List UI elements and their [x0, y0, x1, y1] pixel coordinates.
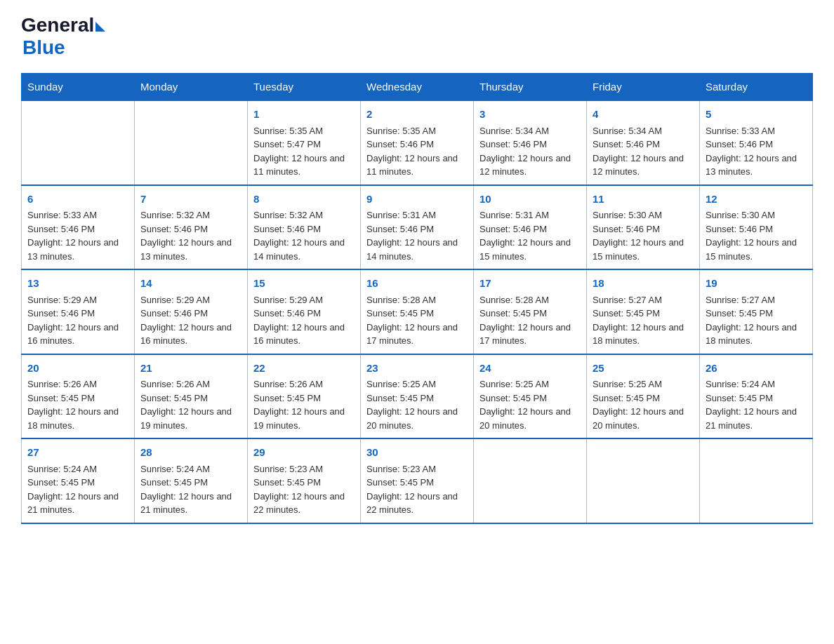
day-number: 21 — [140, 361, 241, 377]
logo-general-text: General — [21, 14, 94, 36]
calendar-cell: 29Sunrise: 5:23 AMSunset: 5:45 PMDayligh… — [248, 438, 361, 523]
weekday-header-wednesday: Wednesday — [361, 74, 474, 101]
day-info: Sunrise: 5:34 AMSunset: 5:46 PMDaylight:… — [479, 124, 581, 179]
day-number: 17 — [479, 276, 581, 292]
calendar-week-row: 13Sunrise: 5:29 AMSunset: 5:46 PMDayligh… — [22, 269, 813, 354]
calendar-cell: 30Sunrise: 5:23 AMSunset: 5:45 PMDayligh… — [361, 438, 474, 523]
calendar-week-row: 20Sunrise: 5:26 AMSunset: 5:45 PMDayligh… — [22, 354, 813, 439]
day-number: 26 — [706, 361, 807, 377]
logo-arrow-icon — [95, 22, 105, 32]
day-number: 14 — [140, 276, 241, 292]
calendar-cell: 25Sunrise: 5:25 AMSunset: 5:45 PMDayligh… — [587, 354, 700, 439]
calendar-cell — [700, 438, 813, 523]
day-info: Sunrise: 5:24 AMSunset: 5:45 PMDaylight:… — [706, 377, 807, 432]
day-info: Sunrise: 5:33 AMSunset: 5:46 PMDaylight:… — [706, 124, 807, 179]
calendar-cell: 16Sunrise: 5:28 AMSunset: 5:45 PMDayligh… — [361, 269, 474, 354]
day-number: 10 — [479, 192, 581, 208]
calendar-cell: 22Sunrise: 5:26 AMSunset: 5:45 PMDayligh… — [248, 354, 361, 439]
day-info: Sunrise: 5:24 AMSunset: 5:45 PMDaylight:… — [140, 462, 241, 517]
calendar-cell — [587, 438, 700, 523]
calendar-cell: 5Sunrise: 5:33 AMSunset: 5:46 PMDaylight… — [700, 100, 813, 185]
day-info: Sunrise: 5:24 AMSunset: 5:45 PMDaylight:… — [27, 462, 128, 517]
day-number: 1 — [253, 107, 355, 123]
calendar-cell: 19Sunrise: 5:27 AMSunset: 5:45 PMDayligh… — [700, 269, 813, 354]
calendar-cell: 1Sunrise: 5:35 AMSunset: 5:47 PMDaylight… — [248, 100, 361, 185]
calendar-cell: 21Sunrise: 5:26 AMSunset: 5:45 PMDayligh… — [135, 354, 248, 439]
day-info: Sunrise: 5:29 AMSunset: 5:46 PMDaylight:… — [253, 293, 355, 348]
calendar-cell: 9Sunrise: 5:31 AMSunset: 5:46 PMDaylight… — [361, 185, 474, 270]
day-info: Sunrise: 5:30 AMSunset: 5:46 PMDaylight:… — [593, 208, 694, 263]
page-header: General Blue — [21, 14, 813, 59]
calendar-week-row: 6Sunrise: 5:33 AMSunset: 5:46 PMDaylight… — [22, 185, 813, 270]
calendar-cell: 6Sunrise: 5:33 AMSunset: 5:46 PMDaylight… — [22, 185, 135, 270]
day-number: 16 — [366, 276, 468, 292]
day-number: 29 — [253, 445, 355, 461]
day-number: 30 — [366, 445, 468, 461]
day-info: Sunrise: 5:35 AMSunset: 5:46 PMDaylight:… — [366, 124, 468, 179]
day-number: 7 — [140, 192, 241, 208]
day-info: Sunrise: 5:27 AMSunset: 5:45 PMDaylight:… — [706, 293, 807, 348]
day-number: 4 — [593, 107, 694, 123]
day-number: 5 — [706, 107, 807, 123]
day-info: Sunrise: 5:32 AMSunset: 5:46 PMDaylight:… — [140, 208, 241, 263]
day-number: 19 — [706, 276, 807, 292]
calendar-cell — [22, 100, 135, 185]
logo: General Blue — [21, 14, 105, 59]
day-number: 27 — [27, 445, 128, 461]
calendar-cell: 11Sunrise: 5:30 AMSunset: 5:46 PMDayligh… — [587, 185, 700, 270]
weekday-header-monday: Monday — [135, 74, 248, 101]
day-info: Sunrise: 5:26 AMSunset: 5:45 PMDaylight:… — [140, 377, 241, 432]
day-number: 13 — [27, 276, 128, 292]
day-number: 11 — [593, 192, 694, 208]
calendar-cell: 7Sunrise: 5:32 AMSunset: 5:46 PMDaylight… — [135, 185, 248, 270]
logo-blue-text: Blue — [22, 36, 65, 59]
day-info: Sunrise: 5:35 AMSunset: 5:47 PMDaylight:… — [253, 124, 355, 179]
day-info: Sunrise: 5:34 AMSunset: 5:46 PMDaylight:… — [593, 124, 694, 179]
calendar-cell: 13Sunrise: 5:29 AMSunset: 5:46 PMDayligh… — [22, 269, 135, 354]
day-info: Sunrise: 5:32 AMSunset: 5:46 PMDaylight:… — [253, 208, 355, 263]
calendar-week-row: 1Sunrise: 5:35 AMSunset: 5:47 PMDaylight… — [22, 100, 813, 185]
day-info: Sunrise: 5:25 AMSunset: 5:45 PMDaylight:… — [479, 377, 581, 432]
day-number: 8 — [253, 192, 355, 208]
day-info: Sunrise: 5:33 AMSunset: 5:46 PMDaylight:… — [27, 208, 128, 263]
day-info: Sunrise: 5:31 AMSunset: 5:46 PMDaylight:… — [366, 208, 468, 263]
calendar-table: SundayMondayTuesdayWednesdayThursdayFrid… — [21, 73, 813, 524]
calendar-cell: 14Sunrise: 5:29 AMSunset: 5:46 PMDayligh… — [135, 269, 248, 354]
day-info: Sunrise: 5:28 AMSunset: 5:45 PMDaylight:… — [366, 293, 468, 348]
calendar-cell — [135, 100, 248, 185]
calendar-cell: 4Sunrise: 5:34 AMSunset: 5:46 PMDaylight… — [587, 100, 700, 185]
calendar-header-row: SundayMondayTuesdayWednesdayThursdayFrid… — [22, 74, 813, 101]
day-info: Sunrise: 5:27 AMSunset: 5:45 PMDaylight:… — [593, 293, 694, 348]
calendar-week-row: 27Sunrise: 5:24 AMSunset: 5:45 PMDayligh… — [22, 438, 813, 523]
day-info: Sunrise: 5:25 AMSunset: 5:45 PMDaylight:… — [593, 377, 694, 432]
calendar-cell: 24Sunrise: 5:25 AMSunset: 5:45 PMDayligh… — [474, 354, 587, 439]
day-number: 22 — [253, 361, 355, 377]
calendar-cell: 2Sunrise: 5:35 AMSunset: 5:46 PMDaylight… — [361, 100, 474, 185]
day-info: Sunrise: 5:25 AMSunset: 5:45 PMDaylight:… — [366, 377, 468, 432]
day-number: 23 — [366, 361, 468, 377]
calendar-cell: 26Sunrise: 5:24 AMSunset: 5:45 PMDayligh… — [700, 354, 813, 439]
day-info: Sunrise: 5:30 AMSunset: 5:46 PMDaylight:… — [706, 208, 807, 263]
weekday-header-tuesday: Tuesday — [248, 74, 361, 101]
calendar-cell: 15Sunrise: 5:29 AMSunset: 5:46 PMDayligh… — [248, 269, 361, 354]
calendar-cell: 3Sunrise: 5:34 AMSunset: 5:46 PMDaylight… — [474, 100, 587, 185]
calendar-cell — [474, 438, 587, 523]
day-number: 25 — [593, 361, 694, 377]
calendar-cell: 10Sunrise: 5:31 AMSunset: 5:46 PMDayligh… — [474, 185, 587, 270]
day-info: Sunrise: 5:26 AMSunset: 5:45 PMDaylight:… — [27, 377, 128, 432]
day-info: Sunrise: 5:28 AMSunset: 5:45 PMDaylight:… — [479, 293, 581, 348]
day-number: 6 — [27, 192, 128, 208]
day-info: Sunrise: 5:23 AMSunset: 5:45 PMDaylight:… — [253, 462, 355, 517]
day-number: 2 — [366, 107, 468, 123]
calendar-cell: 28Sunrise: 5:24 AMSunset: 5:45 PMDayligh… — [135, 438, 248, 523]
day-number: 9 — [366, 192, 468, 208]
weekday-header-thursday: Thursday — [474, 74, 587, 101]
day-number: 24 — [479, 361, 581, 377]
calendar-cell: 23Sunrise: 5:25 AMSunset: 5:45 PMDayligh… — [361, 354, 474, 439]
calendar-cell: 8Sunrise: 5:32 AMSunset: 5:46 PMDaylight… — [248, 185, 361, 270]
day-number: 20 — [27, 361, 128, 377]
calendar-cell: 20Sunrise: 5:26 AMSunset: 5:45 PMDayligh… — [22, 354, 135, 439]
calendar-cell: 17Sunrise: 5:28 AMSunset: 5:45 PMDayligh… — [474, 269, 587, 354]
day-info: Sunrise: 5:29 AMSunset: 5:46 PMDaylight:… — [27, 293, 128, 348]
day-number: 15 — [253, 276, 355, 292]
